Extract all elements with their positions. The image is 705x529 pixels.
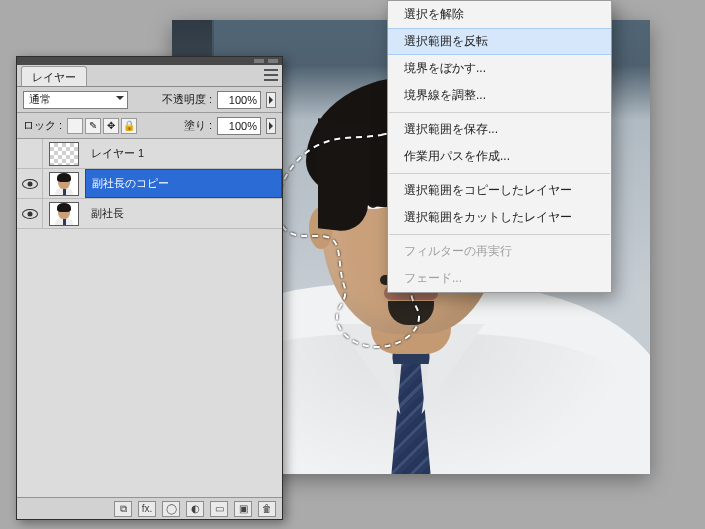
menu-separator — [389, 173, 610, 174]
panel-tabrow: レイヤー — [17, 65, 282, 87]
new-group-icon[interactable]: ▭ — [210, 501, 228, 517]
layer-row[interactable]: 副社長のコピー — [17, 169, 282, 199]
adjustment-layer-icon[interactable]: ◐ — [186, 501, 204, 517]
blend-mode-value: 通常 — [29, 92, 51, 107]
lock-all-icon[interactable]: 🔒 — [121, 118, 137, 134]
fx-icon[interactable]: fx. — [138, 501, 156, 517]
lock-transparency-icon[interactable] — [67, 118, 83, 134]
menu-layer-via-cut[interactable]: 選択範囲をカットしたレイヤー — [388, 204, 611, 231]
eye-icon — [22, 179, 38, 189]
new-layer-icon[interactable]: ▣ — [234, 501, 252, 517]
layers-panel-footer: ⧉ fx. ◯ ◐ ▭ ▣ 🗑 — [17, 497, 282, 519]
menu-make-work-path[interactable]: 作業用パスを作成... — [388, 143, 611, 170]
layer-visibility-toggle[interactable] — [17, 199, 43, 228]
add-mask-icon[interactable]: ◯ — [162, 501, 180, 517]
selection-context-menu: 選択を解除 選択範囲を反転 境界をぼかす... 境界線を調整... 選択範囲を保… — [387, 0, 612, 293]
menu-separator — [389, 112, 610, 113]
delete-layer-icon[interactable]: 🗑 — [258, 501, 276, 517]
layer-list: レイヤー 1 副社長のコピー 副社長 — [17, 139, 282, 497]
lock-position-icon[interactable]: ✥ — [103, 118, 119, 134]
menu-feather[interactable]: 境界をぼかす... — [388, 55, 611, 82]
menu-last-filter: フィルターの再実行 — [388, 238, 611, 265]
panel-menu-icon[interactable] — [264, 69, 278, 81]
layer-thumbnail[interactable] — [49, 142, 79, 166]
menu-deselect[interactable]: 選択を解除 — [388, 1, 611, 28]
layer-name-label[interactable]: 副社長のコピー — [85, 169, 282, 198]
menu-refine-edge[interactable]: 境界線を調整... — [388, 82, 611, 109]
layer-name-label[interactable]: 副社長 — [85, 199, 282, 228]
panel-topbar[interactable] — [17, 57, 282, 65]
blend-mode-select[interactable]: 通常 — [23, 91, 128, 109]
eye-icon — [22, 209, 38, 219]
lock-label: ロック : — [23, 118, 62, 133]
opacity-label: 不透明度 : — [162, 92, 212, 107]
menu-fade: フェード... — [388, 265, 611, 292]
fill-input[interactable]: 100% — [217, 117, 261, 135]
link-layers-icon[interactable]: ⧉ — [114, 501, 132, 517]
layer-row[interactable]: 副社長 — [17, 199, 282, 229]
tab-layers[interactable]: レイヤー — [21, 66, 87, 86]
layer-visibility-toggle[interactable] — [17, 139, 43, 168]
blend-opacity-row: 通常 不透明度 : 100% — [17, 87, 282, 113]
layer-row[interactable]: レイヤー 1 — [17, 139, 282, 169]
chevron-down-icon — [116, 96, 124, 104]
panel-collapse-icon[interactable] — [254, 59, 264, 63]
lock-fill-row: ロック : ✎ ✥ 🔒 塗り : 100% — [17, 113, 282, 139]
opacity-input[interactable]: 100% — [217, 91, 261, 109]
layer-thumbnail[interactable] — [49, 202, 79, 226]
menu-layer-via-copy[interactable]: 選択範囲をコピーしたレイヤー — [388, 177, 611, 204]
lock-paint-icon[interactable]: ✎ — [85, 118, 101, 134]
menu-inverse-selection[interactable]: 選択範囲を反転 — [388, 28, 611, 55]
fill-label: 塗り : — [184, 118, 212, 133]
layers-panel: レイヤー 通常 不透明度 : 100% ロック : ✎ ✥ 🔒 塗り : 100… — [16, 56, 283, 520]
layer-thumbnail[interactable] — [49, 172, 79, 196]
layer-name-label[interactable]: レイヤー 1 — [85, 139, 282, 168]
layer-visibility-toggle[interactable] — [17, 169, 43, 198]
fill-flyout-icon[interactable] — [266, 118, 276, 134]
panel-close-icon[interactable] — [268, 59, 278, 63]
opacity-flyout-icon[interactable] — [266, 92, 276, 108]
menu-separator — [389, 234, 610, 235]
menu-save-selection[interactable]: 選択範囲を保存... — [388, 116, 611, 143]
